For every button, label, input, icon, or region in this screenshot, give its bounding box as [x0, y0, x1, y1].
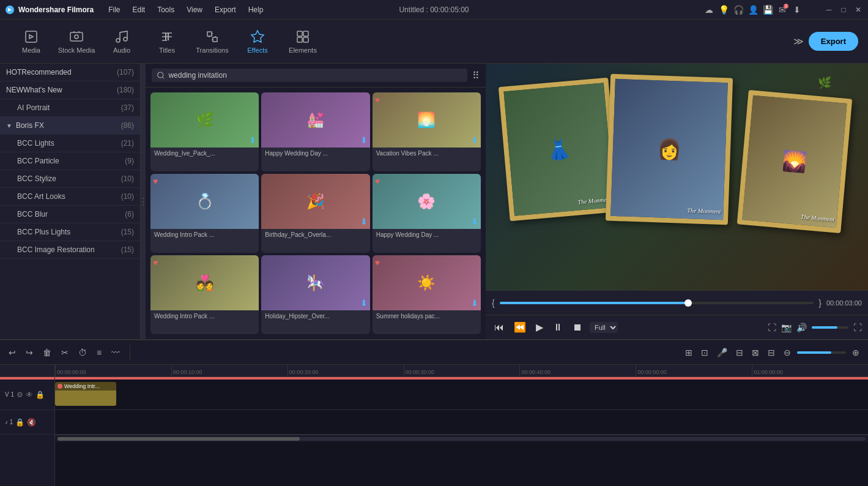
toolbar-transitions[interactable]: Transitions	[191, 23, 234, 60]
effect-card-8[interactable]: 🎠 ⬇ Holiday_Hipster_Over...	[261, 255, 369, 334]
expand-button[interactable]: ≫	[793, 36, 804, 47]
panel-item-recommended[interactable]: HOT Recommended (107)	[0, 64, 140, 81]
cloud-icon[interactable]: ☁	[704, 5, 714, 15]
menu-view[interactable]: View	[182, 4, 207, 15]
toolbar-effects[interactable]: Effects	[236, 23, 279, 60]
main-toolbar: Media Stock Media Audio Titles Transitio…	[0, 20, 868, 64]
panel-recommended-count: (107)	[117, 68, 134, 77]
effect-card-5[interactable]: 🎉 ⬇ Birthday_Pack_Overla...	[261, 174, 369, 253]
search-input[interactable]	[168, 71, 462, 80]
effect-card-1[interactable]: 🌿 ⬇ Wedding_Ive_Pack_...	[150, 92, 259, 171]
step-back-button[interactable]: ⏪	[511, 319, 529, 335]
search-input-wrap	[152, 69, 467, 82]
menu-file[interactable]: File	[103, 4, 125, 15]
panel-item-bcc-stylize[interactable]: BCC Stylize (10)	[0, 170, 140, 188]
preview-ctrl-icons: ⛶ 📷 🔊 ⛶	[768, 323, 862, 332]
effect-card-2[interactable]: 💒 ⬇ Happy Wedding Day ...	[261, 92, 369, 171]
track-eye-v1[interactable]: 👁	[26, 391, 33, 399]
maximize-btn[interactable]: □	[839, 5, 848, 15]
resize-handle-left[interactable]	[141, 64, 146, 339]
frame-text-2: The Monment	[687, 207, 721, 215]
zoom-slider[interactable]	[797, 351, 846, 354]
panel-item-whats-new[interactable]: NEW What's New (180)	[0, 81, 140, 99]
headphone-icon[interactable]: 🎧	[733, 5, 743, 15]
panel-item-bcc-image-restoration[interactable]: BCC Image Restoration (15)	[0, 241, 140, 259]
track-settings-v1[interactable]: ⚙	[17, 391, 23, 399]
zoom-in-icon[interactable]: ⊕	[850, 345, 862, 360]
panel-item-bcc-art-looks[interactable]: BCC Art Looks (10)	[0, 188, 140, 206]
delete-button[interactable]: 🗑	[40, 345, 54, 360]
skip-back-button[interactable]: ⏮	[492, 320, 506, 335]
panel-item-ai-portrait[interactable]: AI Portrait (37)	[0, 99, 140, 117]
pip-icon[interactable]: ⊠	[749, 345, 762, 360]
menu-edit[interactable]: Edit	[127, 4, 150, 15]
svg-rect-1	[26, 31, 37, 42]
quality-select[interactable]: Full 1/2 1/4	[590, 322, 618, 333]
play-button[interactable]: ▶	[533, 319, 546, 335]
volume-slider[interactable]	[812, 326, 848, 329]
save-icon[interactable]: 💾	[763, 5, 773, 15]
menu-help[interactable]: Help	[243, 4, 269, 15]
panel-item-bcc-blur[interactable]: BCC Blur (6)	[0, 206, 140, 223]
toolbar-media[interactable]: Media	[10, 23, 53, 60]
frame-icon[interactable]: ⊟	[765, 345, 777, 360]
grid-options-icon[interactable]: ⠿	[472, 70, 480, 81]
ruler-label-2: 00:00:20:00	[289, 369, 319, 375]
toolbar-titles[interactable]: Titles	[146, 23, 188, 60]
effect-card-6[interactable]: 🌸 ♥ ⬇ Happy Wedding Day ...	[373, 174, 481, 253]
export-button[interactable]: Export	[809, 32, 858, 51]
fullscreen-icon[interactable]: ⛶	[853, 323, 862, 332]
screenshot-icon[interactable]: 📷	[781, 323, 792, 332]
bcc-lights-count: (21)	[121, 139, 134, 148]
panel-item-bcc-lights[interactable]: BCC Lights (21)	[0, 135, 140, 152]
clip-wedding-intro[interactable]: Wedding Intr...	[55, 382, 116, 406]
extract-icon[interactable]: ⊟	[733, 345, 746, 360]
effect-card-3[interactable]: 🌅 ♥ ⬇ Vacation Vibes Pack ...	[373, 92, 481, 171]
effect-thumb-4: 💍 ♥	[150, 174, 259, 229]
fav-icon-4: ♥	[153, 176, 158, 186]
redo-button[interactable]: ↪	[23, 345, 35, 360]
effect-card-9[interactable]: ☀️ ♥ ⬇ Summer holidays pac...	[373, 255, 481, 334]
track-lock-v1[interactable]: 🔒	[35, 391, 45, 399]
menu-tools[interactable]: Tools	[152, 4, 179, 15]
speed-button[interactable]: ⏱	[76, 345, 89, 360]
panel-item-bcc-plus-lights[interactable]: BCC Plus Lights (15)	[0, 223, 140, 241]
crop-timeline-icon[interactable]: ⊡	[699, 345, 711, 360]
preview-timeline: { } 00:00:03:00	[486, 290, 868, 315]
light-icon[interactable]: 💡	[719, 5, 729, 15]
cut-button[interactable]: ✂	[59, 345, 71, 360]
effect-card-4[interactable]: 💍 ♥ Wedding Intro Pack ...	[150, 174, 259, 253]
settings-button[interactable]: ≡	[94, 345, 104, 360]
volume-icon[interactable]: 🔊	[796, 323, 807, 332]
toolbar-audio[interactable]: Audio	[100, 23, 143, 60]
pause-button[interactable]: ⏸	[551, 320, 565, 335]
scrollbar-track[interactable]	[57, 437, 866, 441]
panel-item-bcc-particle[interactable]: BCC Particle (9)	[0, 152, 140, 170]
snap-icon[interactable]: ⊞	[683, 345, 695, 360]
effect-thumb-emoji-7: 💑	[150, 255, 259, 310]
download-icon[interactable]: ⬇	[792, 5, 802, 15]
effect-card-7[interactable]: 💑 ♥ Wedding Intro Pack ...	[150, 255, 259, 334]
progress-bar[interactable]	[500, 302, 814, 304]
download-icon-3: ⬇	[471, 135, 478, 145]
undo-button[interactable]: ↩	[6, 345, 18, 360]
stop-button[interactable]: ⏹	[570, 320, 585, 335]
svg-rect-7	[297, 31, 302, 36]
menu-export[interactable]: Export	[210, 4, 241, 15]
minimize-btn[interactable]: ─	[824, 5, 834, 15]
user-icon[interactable]: 👤	[748, 5, 758, 15]
bcc-art-looks-label: BCC Art Looks	[17, 192, 121, 201]
bcc-lights-label: BCC Lights	[17, 139, 121, 148]
track-lock-a1[interactable]: 🔒	[15, 418, 24, 427]
close-btn[interactable]: ✕	[853, 5, 863, 15]
mic-icon[interactable]: 🎤	[714, 345, 730, 360]
toolbar-stock-media[interactable]: Stock Media	[55, 23, 98, 60]
zoom-out-icon[interactable]: ⊖	[781, 345, 793, 360]
panel-item-boris-fx[interactable]: ▼ Boris FX (86)	[0, 117, 140, 135]
toolbar-elements[interactable]: Elements	[281, 23, 324, 60]
email-icon[interactable]: ✉1	[777, 5, 787, 15]
track-mute-a1[interactable]: 🔇	[27, 418, 36, 427]
crop-icon[interactable]: ⛶	[768, 323, 776, 332]
audio-button[interactable]: 〰	[109, 345, 122, 360]
ruler-label-0: 00:00:00:00	[57, 369, 86, 375]
